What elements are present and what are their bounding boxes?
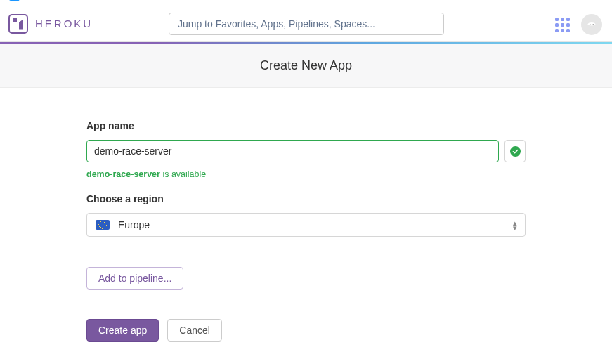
availability-indicator bbox=[504, 140, 526, 162]
logo[interactable]: HEROKU bbox=[8, 14, 93, 34]
check-circle-icon bbox=[510, 146, 521, 157]
app-name-label: App name bbox=[86, 120, 526, 131]
heroku-logo-icon bbox=[8, 14, 28, 34]
region-value: Europe bbox=[118, 219, 150, 230]
cloud-icon bbox=[7, 0, 21, 3]
header: HEROKU bbox=[0, 6, 612, 42]
brand-text: HEROKU bbox=[35, 18, 93, 30]
svg-point-1 bbox=[590, 24, 591, 25]
page-title: Create New App bbox=[260, 58, 352, 73]
search-input[interactable] bbox=[169, 13, 444, 35]
page-title-bar: Create New App bbox=[0, 44, 612, 88]
region-label: Choose a region bbox=[86, 193, 526, 204]
platform-strip: Salesforce Platform bbox=[0, 0, 612, 6]
app-name-input[interactable] bbox=[86, 140, 499, 162]
platform-label: Salesforce Platform bbox=[25, 0, 99, 1]
app-launcher-icon[interactable] bbox=[554, 17, 570, 32]
create-app-button[interactable]: Create app bbox=[86, 319, 159, 342]
avatar[interactable] bbox=[581, 14, 602, 35]
create-app-form: App name demo-race-server is available C… bbox=[86, 120, 526, 342]
region-select[interactable]: Europe bbox=[86, 213, 526, 237]
eu-flag-icon bbox=[96, 220, 110, 230]
divider bbox=[86, 254, 526, 254]
add-to-pipeline-button[interactable]: Add to pipeline... bbox=[86, 267, 183, 290]
availability-message: demo-race-server is available bbox=[86, 169, 526, 179]
cancel-button[interactable]: Cancel bbox=[167, 319, 222, 342]
svg-point-2 bbox=[592, 24, 594, 25]
ninja-avatar-icon bbox=[585, 18, 598, 31]
select-caret-icon: ▴▾ bbox=[513, 221, 517, 230]
